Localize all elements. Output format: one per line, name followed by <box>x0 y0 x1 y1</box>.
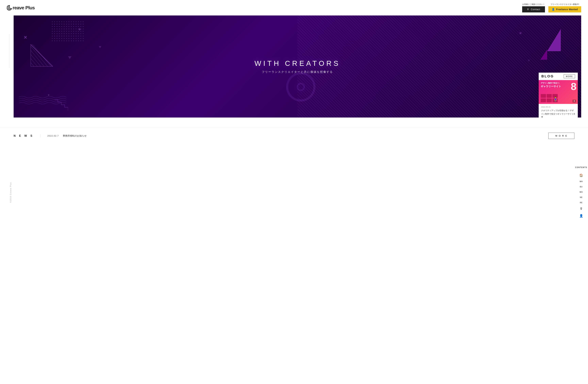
news-bar: N E W S 2022.02.7 事務所移転のお知らせ M O R E <box>0 128 588 144</box>
header: reave Plus お気軽にご相談ください！ 🎙 Contact フリーランス… <box>0 0 588 16</box>
blog-date: 2022.09.15 <box>541 106 575 108</box>
logo-icon <box>7 5 12 11</box>
blog-heading: BLOG <box>541 74 554 78</box>
svg-line-6 <box>31 46 48 66</box>
svg-point-11 <box>287 73 315 101</box>
svg-line-7 <box>32 44 51 66</box>
hero-title: WITH CREATORS <box>254 59 340 67</box>
blog-thumb-text: デザイン制作で役立つ ギャラリーサイト <box>541 82 561 88</box>
blog-thumb-badge: 選 <box>572 100 576 102</box>
blog-thumb-line1: デザイン制作で役立つ <box>541 82 559 84</box>
blog-card: BLOG MORE デザイン制作で役立つ ギャラリーサイト 8 選 🧍‍♀️ <box>539 73 578 118</box>
news-label: N E W S <box>14 134 41 137</box>
logo-text: reave Plus <box>13 5 35 11</box>
svg-marker-8 <box>68 56 71 59</box>
x-mark-2: × <box>519 31 522 36</box>
blog-description: クオリティアップが目指せる！デザイン制作で役立つギャラリーサイト8選 <box>541 109 575 118</box>
triangle-outline <box>31 43 58 66</box>
contact-button[interactable]: 🎙 Contact <box>522 6 545 12</box>
blog-more-button[interactable]: MORE <box>564 75 575 78</box>
small-tri-2 <box>99 46 101 48</box>
plus-3: + <box>48 93 50 97</box>
freelance-button[interactable]: 👤 Freelance Wanted <box>548 6 581 12</box>
grid-item-5 <box>547 99 552 102</box>
header-actions: お気軽にご相談ください！ 🎙 Contact フリーランスクリエイター募集中! … <box>522 3 581 12</box>
blog-thumbnail[interactable]: デザイン制作で役立つ ギャラリーサイト 8 選 🧍‍♀️ <box>539 80 578 104</box>
plus-1: + <box>78 26 81 32</box>
news-more-button[interactable]: M O R E <box>548 133 574 139</box>
logo[interactable]: reave Plus <box>7 5 35 11</box>
hero-section: × × + + + <box>14 16 581 118</box>
grid-item-1 <box>541 94 546 98</box>
svg-line-2 <box>31 62 34 66</box>
vert-line-decor <box>9 34 10 68</box>
hero-text: WITH CREATORS フリーランスクリエイターと共に価値を想像する <box>254 59 340 74</box>
freelance-btn-text: Freelance Wanted <box>556 8 578 11</box>
freelance-label: フリーランスクリエイター募集中! <box>550 3 579 6</box>
freelance-icon: 👤 <box>552 8 555 11</box>
contact-group: お気軽にご相談ください！ 🎙 Contact <box>522 3 545 12</box>
freelance-group: フリーランスクリエイター募集中! 👤 Freelance Wanted <box>548 3 581 12</box>
news-text: 事務所移転のお知らせ <box>63 134 548 137</box>
blog-figure: 🧍‍♀️ <box>552 96 559 102</box>
small-tri-3 <box>527 60 530 62</box>
svg-rect-0 <box>9 7 10 8</box>
svg-line-4 <box>31 54 41 66</box>
blog-meta: 2022.09.15 クオリティアップが目指せる！デザイン制作で役立つギャラリー… <box>539 104 578 118</box>
svg-marker-1 <box>31 44 53 66</box>
staircase <box>54 99 68 111</box>
blog-thumb-number: 8 <box>571 81 576 92</box>
small-triangle <box>540 49 547 60</box>
contact-icon: 🎙 <box>527 8 529 11</box>
grid-item-2 <box>547 94 552 98</box>
svg-line-3 <box>31 58 38 66</box>
svg-point-13 <box>297 83 304 90</box>
hero-subtitle: フリーランスクリエイターと共に価値を想像する <box>254 70 340 74</box>
svg-line-5 <box>31 50 44 66</box>
contact-btn-text: Contact <box>531 8 540 11</box>
blog-thumb-line2: ギャラリーサイト <box>541 85 561 88</box>
hero-logo-watermark <box>284 70 318 104</box>
x-mark-1: × <box>24 34 27 40</box>
small-tri-1 <box>68 56 71 59</box>
svg-marker-9 <box>99 46 101 48</box>
dots-decor <box>51 20 85 43</box>
contact-label: お気軽にご相談ください！ <box>522 3 545 6</box>
news-date: 2022.02.7 <box>47 135 59 137</box>
wavy-lines <box>19 95 66 106</box>
svg-marker-10 <box>527 60 530 62</box>
blog-card-header: BLOG MORE <box>539 73 578 80</box>
svg-point-12 <box>295 81 307 93</box>
grid-item-4 <box>541 99 546 102</box>
purple-triangle <box>547 29 561 51</box>
